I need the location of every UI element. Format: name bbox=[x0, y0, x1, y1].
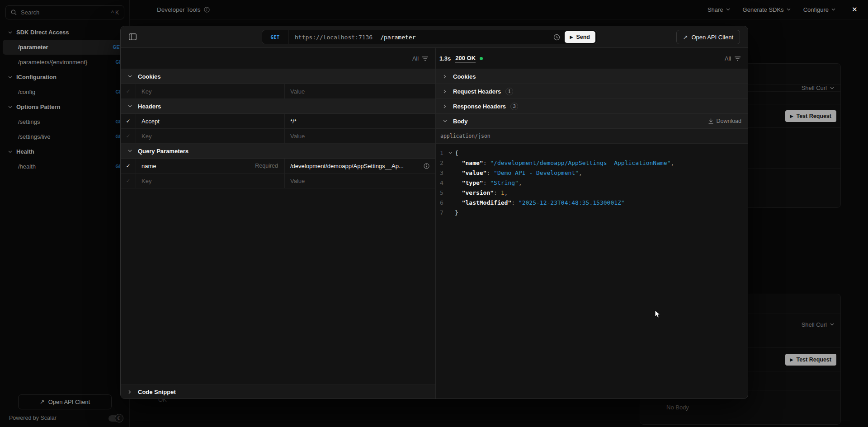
download-button[interactable]: Download bbox=[708, 118, 748, 124]
code-line: 6 "lastModified": "2025-12-23T04:48:35.1… bbox=[436, 197, 748, 207]
key-input[interactable]: Key bbox=[136, 129, 285, 143]
header-row-accept: ✓ Accept */* bbox=[121, 114, 435, 129]
chevron-right-icon bbox=[443, 89, 446, 94]
request-filter[interactable]: All bbox=[412, 56, 428, 62]
chevron-down-icon bbox=[128, 105, 132, 108]
download-icon bbox=[708, 118, 713, 124]
code-line: 4 "type": "String", bbox=[436, 178, 748, 188]
response-duration: 1.3s bbox=[439, 55, 451, 62]
key-input[interactable]: Key bbox=[136, 84, 285, 99]
content-type-label: application/json bbox=[436, 129, 748, 144]
base-url[interactable]: https://localhost:7136 bbox=[295, 34, 373, 41]
external-link-icon: ↗ bbox=[683, 34, 688, 41]
query-param-empty-row: ✓ Key Value bbox=[121, 174, 435, 188]
mouse-cursor bbox=[655, 310, 660, 319]
page: Search ^ K SDK Direct Access /parameter … bbox=[0, 0, 868, 427]
row-checkbox[interactable]: ✓ bbox=[121, 84, 136, 99]
section-code-snippet[interactable]: Code Snippet bbox=[121, 385, 435, 399]
filter-icon bbox=[735, 56, 741, 61]
value-input[interactable]: Value bbox=[285, 84, 435, 99]
chevron-right-icon bbox=[128, 390, 131, 394]
method-badge[interactable]: GET bbox=[262, 30, 288, 44]
close-icon[interactable]: ✕ bbox=[852, 6, 858, 13]
value-input[interactable]: */* bbox=[285, 114, 435, 128]
play-icon: ▶ bbox=[570, 35, 573, 39]
request-path[interactable]: /parameter bbox=[380, 34, 415, 41]
response-body-code[interactable]: 1 { 2 "name": "/development/demoapp/AppS… bbox=[436, 144, 748, 399]
developer-tools-modal: GET https://localhost:7136 /parameter ▶ … bbox=[120, 26, 748, 399]
required-badge: Required bbox=[255, 163, 284, 169]
fold-chevron-icon[interactable] bbox=[446, 152, 455, 154]
code-line: 2 "name": "/development/demoapp/AppSetti… bbox=[436, 158, 748, 168]
header-empty-row: ✓ Key Value bbox=[121, 129, 435, 144]
info-icon[interactable] bbox=[424, 163, 435, 169]
section-body[interactable]: Body Download bbox=[436, 114, 748, 129]
row-checkbox[interactable]: ✓ bbox=[121, 174, 136, 188]
value-input[interactable]: /development/demoapp/AppSettings__Ap... bbox=[285, 159, 435, 173]
section-response-cookies[interactable]: Cookies bbox=[436, 69, 748, 84]
row-checkbox[interactable]: ✓ bbox=[121, 159, 136, 173]
modal-top-bar: GET https://localhost:7136 /parameter ▶ … bbox=[121, 26, 748, 48]
query-param-row-name: ✓ name Required /development/demoapp/App… bbox=[121, 159, 435, 174]
section-cookies[interactable]: Cookies bbox=[121, 69, 435, 84]
code-line: 3 "value": "Demo API - Development", bbox=[436, 168, 748, 178]
chevron-right-icon bbox=[443, 75, 446, 79]
section-query-parameters[interactable]: Query Parameters bbox=[121, 144, 435, 159]
chevron-down-icon bbox=[128, 75, 132, 78]
sidebar-toggle-icon[interactable] bbox=[129, 33, 137, 40]
code-line: 5 "version": 1, bbox=[436, 188, 748, 197]
code-line: 1 { bbox=[436, 148, 748, 158]
chevron-down-icon bbox=[443, 120, 447, 122]
history-icon[interactable] bbox=[553, 34, 560, 41]
key-input[interactable]: Key bbox=[136, 174, 285, 188]
value-input[interactable]: Value bbox=[285, 174, 435, 188]
row-checkbox[interactable]: ✓ bbox=[121, 129, 136, 143]
open-api-client-button[interactable]: ↗ Open API Client bbox=[676, 30, 740, 44]
value-input[interactable]: Value bbox=[285, 129, 435, 143]
address-bar[interactable]: GET https://localhost:7136 /parameter ▶ … bbox=[262, 30, 597, 44]
key-input[interactable]: name Required bbox=[136, 159, 285, 173]
chevron-down-icon bbox=[128, 150, 132, 152]
row-checkbox[interactable]: ✓ bbox=[121, 114, 136, 128]
count-badge: 1 bbox=[505, 88, 513, 95]
status-dot bbox=[480, 57, 483, 60]
response-filter[interactable]: All bbox=[725, 56, 741, 62]
section-headers[interactable]: Headers bbox=[121, 99, 435, 114]
code-line: 7 } bbox=[436, 207, 748, 217]
key-input[interactable]: Accept bbox=[136, 114, 285, 128]
response-panel: 1.3s 200 OK All Cookies Request Headers … bbox=[436, 48, 748, 399]
filter-icon bbox=[422, 56, 428, 61]
cookie-empty-row: ✓ Key Value bbox=[121, 84, 435, 99]
request-panel: All Cookies ✓ Key Value Headers bbox=[121, 48, 436, 399]
send-button[interactable]: ▶ Send bbox=[565, 31, 595, 43]
section-response-headers[interactable]: Response Headers 3 bbox=[436, 99, 748, 114]
response-status[interactable]: 200 OK bbox=[455, 55, 476, 63]
section-request-headers[interactable]: Request Headers 1 bbox=[436, 84, 748, 99]
count-badge: 3 bbox=[510, 103, 518, 110]
chevron-right-icon bbox=[443, 104, 446, 108]
